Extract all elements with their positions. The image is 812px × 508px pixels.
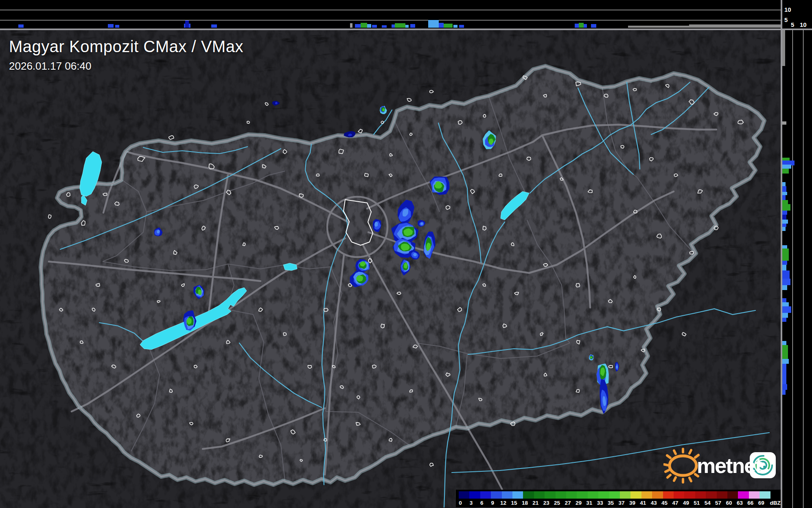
echo-blob xyxy=(383,109,385,111)
top-profile-echo xyxy=(395,23,405,28)
colorbar-tick-label: 57 xyxy=(715,500,721,506)
colorbar-tick-label: 29 xyxy=(576,500,582,506)
side-profile-echo xyxy=(782,345,788,359)
echo-blob xyxy=(405,264,407,268)
colorbar-tick-label: 25 xyxy=(554,500,560,506)
top-profile-echo xyxy=(459,25,464,28)
top-profile-echo xyxy=(211,24,217,28)
top-profile-echo xyxy=(453,25,457,28)
side-profile-echo xyxy=(782,165,791,169)
timestamp: 2026.01.17 06:40 xyxy=(9,60,243,73)
colorbar-tick-label: 12 xyxy=(500,500,506,506)
colorbar-segment xyxy=(759,491,770,499)
echo-blob xyxy=(361,262,365,266)
top-profile-echo xyxy=(428,20,439,28)
colorbar-segment xyxy=(502,491,513,499)
colorbar-segment xyxy=(469,491,480,499)
side-profile-echo xyxy=(782,384,787,390)
top-profile-echo xyxy=(628,26,689,28)
colorbar-segment xyxy=(641,491,652,499)
title-block: Magyar Kompozit CMax / VMax 2026.01.17 0… xyxy=(9,37,243,73)
echo-blob xyxy=(187,319,191,323)
side-profile-echo xyxy=(782,265,786,270)
side-profile-echo xyxy=(782,302,789,306)
top-height-profile xyxy=(0,0,781,29)
top-profile-echo xyxy=(579,23,584,28)
colorbar-tick-label: 54 xyxy=(705,500,711,506)
echo-blob xyxy=(375,222,377,226)
echo-blob xyxy=(414,253,416,256)
side-profile-echo xyxy=(782,186,786,192)
side-profile-echo xyxy=(782,224,786,227)
side-profile-echo xyxy=(782,341,786,345)
colorbar-tick-label: 33 xyxy=(597,500,603,506)
top-gridline-5km xyxy=(0,20,781,20)
side-height-profile xyxy=(782,30,812,508)
colorbar-segment xyxy=(588,491,599,499)
side-profile-echo xyxy=(782,204,790,211)
top-profile-echo xyxy=(405,25,409,28)
side-profile-echo xyxy=(782,318,786,322)
echo-blob xyxy=(404,210,407,216)
colorbar-segment xyxy=(598,491,609,499)
colorbar-tick-label: 60 xyxy=(726,500,732,506)
echo-blob xyxy=(357,276,362,280)
top-axis-label-10: 10 xyxy=(784,7,791,13)
top-profile-echo xyxy=(392,24,395,28)
colorbar-segment xyxy=(738,491,749,499)
echo-blob xyxy=(616,365,617,368)
hungary-radar-map xyxy=(0,30,781,508)
side-axis-label-5: 5 xyxy=(791,22,794,28)
colorbar-tick-label: 6 xyxy=(480,500,484,506)
echo-blob xyxy=(348,134,352,136)
side-profile-echo xyxy=(782,313,788,318)
colorbar-segment xyxy=(674,491,685,499)
side-gridline-5km xyxy=(792,30,793,508)
echo-blob xyxy=(427,243,430,250)
top-axis-label-5: 5 xyxy=(784,17,788,23)
colorbar-segment xyxy=(620,491,631,499)
colorbar-tick-label: 66 xyxy=(747,500,753,506)
colorbar-unit-label: dBZ xyxy=(770,500,780,506)
colorbar-segment xyxy=(459,491,470,499)
colorbar-segment xyxy=(717,491,728,499)
echo-blob xyxy=(405,230,411,235)
top-profile-echo xyxy=(367,24,371,28)
top-profile-echo xyxy=(108,24,114,28)
side-profile-echo xyxy=(782,30,785,66)
echo-blob xyxy=(199,290,201,295)
side-profile-echo xyxy=(782,270,790,279)
colorbar-tick-label: 27 xyxy=(565,500,571,506)
colorbar-tick-label: 9 xyxy=(491,500,494,506)
colorbar-segment xyxy=(534,491,545,499)
echo-blob xyxy=(158,231,160,233)
side-profile-echo xyxy=(782,192,787,195)
colorbar-tick-label: 39 xyxy=(629,500,635,506)
top-profile-echo xyxy=(115,25,119,28)
side-profile-echo xyxy=(782,182,786,186)
colorbar-tick-label: 0 xyxy=(459,500,462,506)
side-profile-echo xyxy=(782,169,789,174)
colorbar-tick-label: 15 xyxy=(511,500,517,506)
colorbar-segment xyxy=(545,491,556,499)
colorbar-segment xyxy=(684,491,695,499)
top-profile-echo xyxy=(575,24,579,28)
side-profile-echo xyxy=(782,195,786,200)
top-profile-echo xyxy=(591,24,596,28)
page-title: Magyar Kompozit CMax / VMax xyxy=(9,37,243,56)
colorbar-tick-label: 47 xyxy=(672,500,678,506)
colorbar-segment xyxy=(491,491,502,499)
top-profile-echo xyxy=(361,23,367,28)
side-profile-echo xyxy=(782,279,790,285)
top-profile-echo xyxy=(444,24,453,28)
colorbar-tick-label: 18 xyxy=(522,500,528,506)
colorbar-tick-label: 41 xyxy=(640,500,646,506)
top-profile-echo xyxy=(350,23,352,28)
colorbar-segment xyxy=(663,491,674,499)
top-profile-echo xyxy=(584,24,587,28)
colorbar-segment xyxy=(523,491,534,499)
metnet-logo: metnet xyxy=(663,446,781,484)
echo-blob xyxy=(601,368,604,375)
colorbar-tick-label: 63 xyxy=(737,500,743,506)
colorbar-tick-label: 23 xyxy=(543,500,549,506)
